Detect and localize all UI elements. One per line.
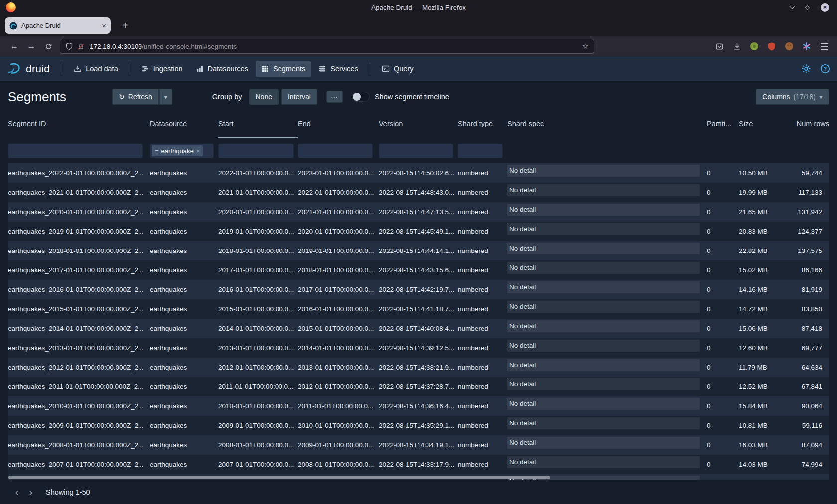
url-bar[interactable]: 172.18.0.4:30109/unified-console.html#se… [60, 39, 594, 54]
back-button[interactable]: ← [6, 38, 23, 54]
filter-start-input[interactable] [218, 143, 294, 158]
shard-spec-no-detail[interactable]: No detail [507, 301, 700, 313]
cell-shard-type: numbered [458, 396, 507, 416]
table-row[interactable]: earthquakes_2010-01-01T00:00:00.000Z_2..… [8, 396, 829, 416]
column-header-partition[interactable]: Partiti... [707, 112, 739, 138]
columns-button[interactable]: Columns (17/18) ▾ [756, 89, 829, 105]
shard-spec-no-detail[interactable]: No detail [507, 417, 700, 429]
nav-item-load-data[interactable]: Load data [68, 61, 124, 77]
segment-timeline-toggle[interactable] [352, 92, 370, 102]
table-row[interactable]: earthquakes_2013-01-01T00:00:00.000Z_2..… [8, 338, 829, 358]
extension-icon-colorful[interactable] [802, 41, 812, 51]
menu-button[interactable] [819, 41, 829, 51]
column-header-shard-spec[interactable]: Shard spec [507, 112, 707, 138]
nav-item-query[interactable]: Query [376, 61, 419, 77]
tab-close-icon[interactable]: × [102, 22, 106, 29]
group-by-none-button[interactable]: None [249, 89, 279, 105]
table-row[interactable]: earthquakes_2020-01-01T00:00:00.000Z_2..… [8, 202, 829, 222]
table-row[interactable]: earthquakes_2019-01-01T00:00:00.000Z_2..… [8, 222, 829, 241]
shard-spec-no-detail[interactable]: No detail [507, 223, 700, 235]
shard-spec-no-detail[interactable]: No detail [507, 204, 700, 216]
connection-security-lock-icon[interactable] [77, 43, 85, 50]
segments-icon [261, 65, 269, 73]
column-header-segment-id[interactable]: Segment ID [8, 112, 150, 138]
new-tab-button[interactable]: + [118, 20, 133, 31]
table-row[interactable]: earthquakes_2012-01-01T00:00:00.000Z_2..… [8, 358, 829, 377]
nav-item-services[interactable]: Services [313, 61, 364, 77]
column-header-version[interactable]: Version [379, 112, 458, 138]
shard-spec-no-detail[interactable]: No detail [507, 359, 700, 371]
shard-spec-no-detail[interactable]: No detail [507, 378, 700, 390]
extension-icon-green[interactable] [749, 41, 759, 51]
table-row[interactable]: earthquakes_2021-01-01T00:00:00.000Z_2..… [8, 183, 829, 202]
druid-brand[interactable]: druid [7, 62, 50, 75]
table-row[interactable]: earthquakes_2008-01-01T00:00:00.000Z_2..… [8, 435, 829, 455]
table-row[interactable]: earthquakes_2014-01-01T00:00:00.000Z_2..… [8, 319, 829, 338]
table-row[interactable]: earthquakes_2018-01-01T00:00:00.000Z_2..… [8, 241, 829, 260]
extension-icon-brown[interactable] [784, 41, 794, 51]
pocket-icon[interactable] [714, 41, 724, 51]
settings-gear-icon[interactable] [801, 64, 811, 74]
column-header-num-rows[interactable]: Num rows [793, 112, 829, 138]
column-header-shard-type[interactable]: Shard type [458, 112, 507, 138]
shard-spec-no-detail[interactable]: No detail [507, 262, 700, 274]
filter-version-input[interactable] [379, 143, 453, 158]
datasources-icon [196, 65, 204, 73]
downloads-icon[interactable] [732, 41, 742, 51]
shard-spec-no-detail[interactable]: No detail [507, 165, 700, 177]
filter-shard-type-input[interactable] [458, 143, 503, 158]
table-row[interactable]: earthquakes_2015-01-01T00:00:00.000Z_2..… [8, 299, 829, 319]
table-row[interactable]: earthquakes_2016-01-01T00:00:00.000Z_2..… [8, 280, 829, 299]
column-header-start[interactable]: Start [218, 112, 298, 138]
cell-num-rows: 87,418 [793, 319, 829, 338]
bookmark-star-icon[interactable]: ☆ [582, 42, 589, 51]
forward-button[interactable]: → [23, 38, 40, 54]
table-row[interactable]: earthquakes_2009-01-01T00:00:00.000Z_2..… [8, 416, 829, 435]
tracking-protection-shield-icon[interactable] [65, 42, 73, 50]
group-by-interval-button[interactable]: Interval [281, 89, 317, 105]
cell-size: 22.82 MB [739, 241, 793, 260]
cell-num-rows: 117,133 [793, 183, 829, 202]
shard-spec-no-detail[interactable]: No detail [507, 456, 700, 468]
refresh-button[interactable]: ↻ Refresh [112, 89, 159, 105]
reload-button[interactable] [40, 38, 57, 54]
filter-end-input[interactable] [298, 143, 373, 158]
nav-item-datasources[interactable]: Datasources [190, 61, 254, 77]
shard-spec-no-detail[interactable]: No detail [507, 320, 700, 332]
refresh-dropdown-button[interactable]: ▾ [159, 89, 172, 105]
remove-filter-icon[interactable]: × [196, 147, 200, 155]
column-header-size[interactable]: Size [739, 112, 793, 138]
window-maximize-button[interactable]: ◇ [805, 4, 810, 10]
group-by-label: Group by [212, 93, 242, 101]
pagination-next-button[interactable]: › [24, 485, 38, 499]
table-row[interactable]: earthquakes_2022-01-01T00:00:00.000Z_2..… [8, 163, 829, 183]
table-row[interactable]: earthquakes_2007-01-01T00:00:00.000Z_2..… [8, 455, 829, 474]
browser-tab[interactable]: Apache Druid × [5, 17, 111, 34]
nav-item-ingestion[interactable]: Ingestion [136, 61, 188, 77]
shard-spec-no-detail[interactable]: No detail [507, 281, 700, 293]
pagination-prev-button[interactable]: ‹ [10, 485, 24, 499]
extension-icon-ublock[interactable] [767, 41, 777, 51]
column-header-datasource[interactable]: Datasource [150, 112, 218, 138]
more-options-button[interactable]: ⋯ [326, 91, 343, 103]
divider [62, 62, 62, 75]
table-row[interactable]: earthquakes_2011-01-01T00:00:00.000Z_2..… [8, 377, 829, 396]
table-row[interactable]: earthquakes_2017-01-01T00:00:00.000Z_2..… [8, 260, 829, 280]
window-close-button[interactable]: × [821, 3, 829, 12]
window-minimize-button[interactable] [790, 6, 794, 8]
shard-spec-no-detail[interactable]: No detail [507, 340, 700, 352]
horizontal-scrollbar[interactable] [8, 476, 550, 479]
filter-datasource-input[interactable]: = earthquake × [150, 143, 214, 158]
nav-item-segments[interactable]: Segments [256, 61, 311, 77]
shard-spec-no-detail[interactable]: No detail [507, 398, 700, 410]
shard-spec-no-detail[interactable]: No detail [507, 243, 700, 254]
shard-spec-no-detail[interactable]: No detail [507, 437, 700, 449]
cell-end: 2014-01-01T00:00:00.0... [298, 338, 379, 358]
filter-segment-id-input[interactable] [8, 143, 143, 158]
column-header-end[interactable]: End [298, 112, 379, 138]
cell-shard-type: numbered [458, 377, 507, 396]
help-icon[interactable]: ? [820, 64, 830, 74]
filter-tag[interactable]: = earthquake × [152, 145, 203, 156]
cell-datasource: earthquakes [150, 202, 218, 222]
shard-spec-no-detail[interactable]: No detail [507, 184, 700, 196]
